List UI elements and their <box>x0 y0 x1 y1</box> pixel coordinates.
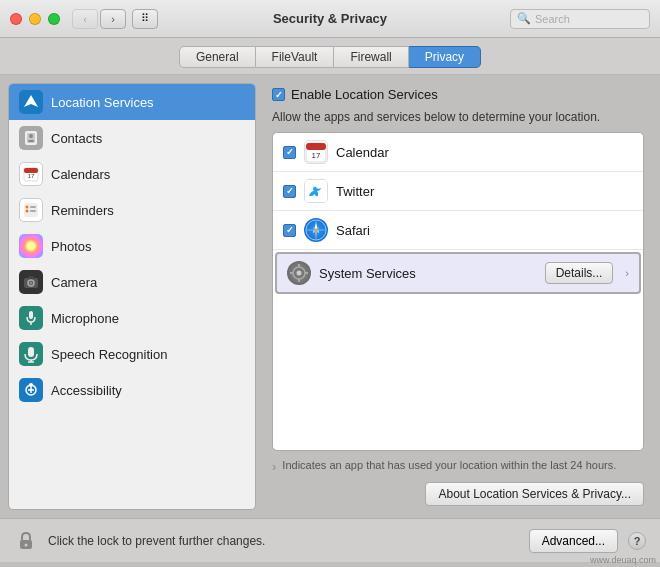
help-button[interactable]: ? <box>628 532 646 550</box>
lock-text: Click the lock to prevent further change… <box>48 534 519 548</box>
right-panel: Enable Location Services Allow the apps … <box>256 75 660 518</box>
app-name-twitter: Twitter <box>336 184 633 199</box>
calendar-app-icon: 17 <box>304 140 328 164</box>
app-row-safari: Safari <box>273 211 643 250</box>
about-row: About Location Services & Privacy... <box>272 482 644 506</box>
location-services-icon <box>19 90 43 114</box>
tab-firewall[interactable]: Firewall <box>334 46 408 68</box>
svg-rect-17 <box>29 311 33 319</box>
tab-privacy[interactable]: Privacy <box>409 46 481 68</box>
speech-recognition-icon <box>19 342 43 366</box>
sidebar-item-photos[interactable]: Photos <box>9 228 255 264</box>
details-button[interactable]: Details... <box>545 262 614 284</box>
allow-text: Allow the apps and services below to det… <box>272 110 644 124</box>
bottombar: Click the lock to prevent further change… <box>0 518 660 562</box>
sidebar-label-reminders: Reminders <box>51 203 114 218</box>
app-name-safari: Safari <box>336 223 633 238</box>
window-controls <box>10 13 60 25</box>
calendars-icon: 17 <box>19 162 43 186</box>
app-list-box: 17 Calendar Twitter Safari <box>272 132 644 451</box>
sidebar-label-location-services: Location Services <box>51 95 154 110</box>
svg-rect-27 <box>306 143 326 150</box>
sidebar-item-accessibility[interactable]: Accessibility <box>9 372 255 408</box>
app-name-system-services: System Services <box>319 266 537 281</box>
sidebar-label-speech-recognition: Speech Recognition <box>51 347 167 362</box>
safari-app-icon <box>304 218 328 242</box>
calendar-checkbox[interactable] <box>283 146 296 159</box>
search-icon: 🔍 <box>517 12 531 25</box>
back-button[interactable]: ‹ <box>72 9 98 29</box>
window-title: Security & Privacy <box>273 11 387 26</box>
lock-svg <box>14 529 38 553</box>
svg-point-9 <box>26 206 29 209</box>
twitter-checkbox[interactable] <box>283 185 296 198</box>
watermark: www.deuaq.com <box>590 555 656 565</box>
sidebar-label-camera: Camera <box>51 275 97 290</box>
system-services-icon <box>287 261 311 285</box>
svg-rect-19 <box>28 347 34 357</box>
search-placeholder: Search <box>535 13 570 25</box>
forward-button[interactable]: › <box>100 9 126 29</box>
app-row-calendar: 17 Calendar <box>273 133 643 172</box>
indicates-row: › Indicates an app that has used your lo… <box>272 459 644 474</box>
close-button[interactable] <box>10 13 22 25</box>
sidebar: Location Services Contacts 17 Calendars … <box>8 83 256 510</box>
maximize-button[interactable] <box>48 13 60 25</box>
twitter-app-icon <box>304 179 328 203</box>
sidebar-item-speech-recognition[interactable]: Speech Recognition <box>9 336 255 372</box>
svg-rect-4 <box>28 140 34 142</box>
indicates-icon: › <box>272 459 276 474</box>
reminders-icon <box>19 198 43 222</box>
minimize-button[interactable] <box>29 13 41 25</box>
sidebar-item-camera[interactable]: Camera <box>9 264 255 300</box>
svg-rect-11 <box>30 206 36 208</box>
camera-icon <box>19 270 43 294</box>
advanced-button[interactable]: Advanced... <box>529 529 618 553</box>
svg-rect-12 <box>30 210 36 212</box>
enable-row: Enable Location Services <box>272 87 644 102</box>
accessibility-icon <box>19 378 43 402</box>
svg-text:17: 17 <box>28 173 35 179</box>
titlebar: ‹ › ⠿ Security & Privacy 🔍 Search <box>0 0 660 38</box>
main-content: Location Services Contacts 17 Calendars … <box>0 75 660 518</box>
about-button[interactable]: About Location Services & Privacy... <box>425 482 644 506</box>
photos-icon <box>19 234 43 258</box>
svg-point-3 <box>29 134 33 138</box>
sidebar-item-microphone[interactable]: Microphone <box>9 300 255 336</box>
svg-point-10 <box>26 210 29 213</box>
contacts-icon <box>19 126 43 150</box>
search-box[interactable]: 🔍 Search <box>510 9 650 29</box>
sidebar-item-reminders[interactable]: Reminders <box>9 192 255 228</box>
nav-buttons: ‹ › <box>72 9 126 29</box>
app-name-calendar: Calendar <box>336 145 633 160</box>
svg-point-37 <box>297 271 302 276</box>
sidebar-item-calendars[interactable]: 17 Calendars <box>9 156 255 192</box>
app-row-system-services: System Services Details... › <box>275 252 641 294</box>
sidebar-item-contacts[interactable]: Contacts <box>9 120 255 156</box>
lock-icon[interactable] <box>14 529 38 553</box>
sidebar-label-photos: Photos <box>51 239 91 254</box>
sidebar-label-calendars: Calendars <box>51 167 110 182</box>
svg-rect-16 <box>28 276 34 279</box>
tabbar: General FileVault Firewall Privacy <box>0 38 660 75</box>
sidebar-label-accessibility: Accessibility <box>51 383 122 398</box>
svg-marker-0 <box>24 95 38 107</box>
svg-text:17: 17 <box>312 151 321 160</box>
tab-filevault[interactable]: FileVault <box>256 46 335 68</box>
location-used-indicator: › <box>625 267 629 279</box>
svg-point-43 <box>25 543 28 546</box>
sidebar-item-location-services[interactable]: Location Services <box>9 84 255 120</box>
enable-label: Enable Location Services <box>291 87 438 102</box>
enable-checkbox[interactable] <box>272 88 285 101</box>
app-row-twitter: Twitter <box>273 172 643 211</box>
svg-point-15 <box>30 282 33 285</box>
sidebar-label-microphone: Microphone <box>51 311 119 326</box>
sidebar-label-contacts: Contacts <box>51 131 102 146</box>
indicates-text: Indicates an app that has used your loca… <box>282 459 616 471</box>
microphone-icon <box>19 306 43 330</box>
tab-general[interactable]: General <box>179 46 256 68</box>
safari-checkbox[interactable] <box>283 224 296 237</box>
grid-button[interactable]: ⠿ <box>132 9 158 29</box>
